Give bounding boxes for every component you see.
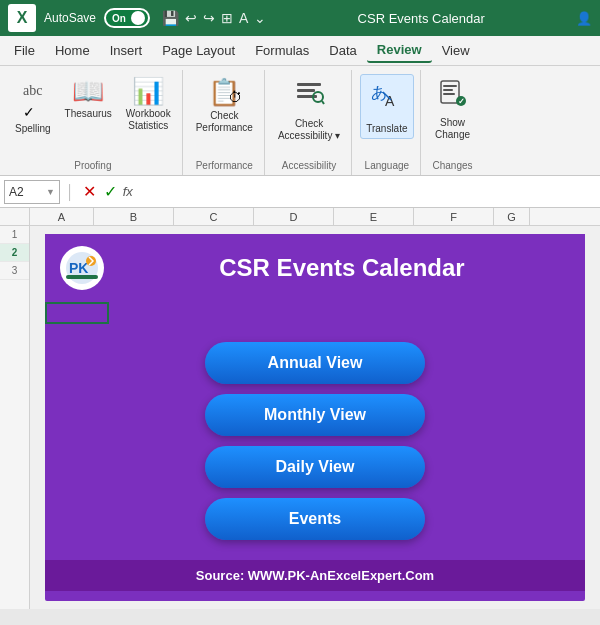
row-num-2: 2 [0,244,29,262]
menu-insert[interactable]: Insert [100,39,153,62]
col-header-c: C [174,208,254,225]
ribbon: abc ✓ Spelling 📖 Thesaurus 📊 Workbook St… [0,66,600,176]
ws-title: CSR Events Calendar [114,254,570,282]
show-change-icon: ✓ [438,77,468,115]
window-title: CSR Events Calendar [274,11,568,26]
show-change-label: Show Change [435,117,470,141]
row-num-1: 1 [0,226,29,244]
menu-pagelayout[interactable]: Page Layout [152,39,245,62]
selected-cell-area [45,302,585,322]
spelling-button[interactable]: abc ✓ Spelling [10,74,56,138]
menu-file[interactable]: File [4,39,45,62]
menu-review[interactable]: Review [367,38,432,63]
undo-icon[interactable]: ↩ [185,10,197,26]
svg-rect-1 [297,89,315,92]
ribbon-group-accessibility: Check Accessibility ▾ Accessibility [267,70,352,175]
formula-separator-1: │ [66,184,75,200]
changes-group-label: Changes [433,160,473,175]
col-header-g: G [494,208,530,225]
svg-rect-10 [443,89,453,91]
thesaurus-button[interactable]: 📖 Thesaurus [60,74,117,123]
accessibility-items: Check Accessibility ▾ [273,70,345,160]
performance-items: 📋⏱ Check Performance [191,70,258,160]
translate-label: Translate [366,123,407,135]
menu-data[interactable]: Data [319,39,366,62]
autosave-label: AutoSave [44,11,96,25]
spelling-icon: abc ✓ [23,77,42,121]
redo-icon[interactable]: ↪ [203,10,215,26]
ribbon-group-proofing: abc ✓ Spelling 📖 Thesaurus 📊 Workbook St… [4,70,183,175]
formula-confirm-icon[interactable]: ✓ [104,182,117,201]
col-header-e: E [334,208,414,225]
svg-text:PK: PK [69,260,88,276]
check-performance-button[interactable]: 📋⏱ Check Performance [191,74,258,137]
cell-reference-box[interactable]: A2 ▼ [4,180,60,204]
check-accessibility-icon [293,77,325,116]
svg-rect-11 [443,93,455,95]
proofing-group-label: Proofing [74,160,111,175]
title-bar: X AutoSave On 💾 ↩ ↪ ⊞ A ⌄ CSR Events Cal… [0,0,600,36]
sheet-main-content: PK CSR Events Calendar Annual View [30,226,600,609]
toolbar-icons: 💾 ↩ ↪ ⊞ A ⌄ [162,10,266,26]
sheet-rows-area: 1 2 3 PK [0,226,600,609]
proofing-items: abc ✓ Spelling 📖 Thesaurus 📊 Workbook St… [10,70,176,160]
col-header-d: D [254,208,334,225]
annual-view-button[interactable]: Annual View [205,342,425,384]
corner-cell [0,208,30,225]
translate-icon: あ A [369,78,405,121]
grid-icon[interactable]: ⊞ [221,10,233,26]
performance-group-label: Performance [196,160,253,175]
user-icon[interactable]: 👤 [576,11,592,26]
save-icon[interactable]: 💾 [162,10,179,26]
ws-header: PK CSR Events Calendar [45,234,585,302]
changes-items: ✓ Show Change [430,70,475,160]
formula-cancel-icon[interactable]: ✕ [83,182,96,201]
svg-text:✓: ✓ [458,97,465,106]
more-icon[interactable]: ⌄ [254,10,266,26]
check-accessibility-button[interactable]: Check Accessibility ▾ [273,74,345,145]
workbook-stats-button[interactable]: 📊 Workbook Statistics [121,74,176,135]
autosave-toggle[interactable]: On [104,8,150,28]
col-header-a: A [30,208,94,225]
cell-ref-dropdown-icon: ▼ [46,187,55,197]
svg-line-4 [322,101,324,104]
check-performance-label: Check Performance [196,110,253,134]
font-icon[interactable]: A [239,10,248,26]
thesaurus-label: Thesaurus [65,108,112,120]
spreadsheet: A B C D E F G 1 2 3 [0,208,600,609]
show-change-button[interactable]: ✓ Show Change [430,74,475,144]
ribbon-group-performance: 📋⏱ Check Performance Performance [185,70,265,175]
workbook-stats-icon: 📊 [132,77,164,106]
column-headers: A B C D E F G [0,208,600,226]
daily-view-button[interactable]: Daily View [205,446,425,488]
worksheet: PK CSR Events Calendar Annual View [45,234,585,601]
workbook-stats-label: Workbook Statistics [126,108,171,132]
thesaurus-icon: 📖 [72,77,104,106]
col-header-b: B [94,208,174,225]
svg-rect-17 [66,275,98,279]
check-accessibility-label: Check Accessibility ▾ [278,118,340,142]
events-button[interactable]: Events [205,498,425,540]
menu-home[interactable]: Home [45,39,100,62]
excel-logo-icon: X [8,4,36,32]
ribbon-group-language: あ A Translate Language [354,70,420,175]
ws-logo: PK [60,246,104,290]
row-num-3: 3 [0,262,29,280]
menu-bar: File Home Insert Page Layout Formulas Da… [0,36,600,66]
ribbon-group-changes: ✓ Show Change Changes [423,70,483,175]
selected-cell-outline [45,302,109,324]
ws-buttons: Annual View Monthly View Daily View Even… [45,322,585,550]
formula-input[interactable] [141,180,596,204]
menu-view[interactable]: View [432,39,480,62]
menu-formulas[interactable]: Formulas [245,39,319,62]
spelling-label: Spelling [15,123,51,135]
svg-point-18 [86,256,96,266]
language-items: あ A Translate [360,70,413,160]
translate-button[interactable]: あ A Translate [360,74,413,139]
monthly-view-button[interactable]: Monthly View [205,394,425,436]
language-group-label: Language [365,160,410,175]
ws-footer: Source: WWW.PK-AnExcelExpert.Com [45,560,585,591]
col-header-f: F [414,208,494,225]
fx-icon: fx [123,184,133,199]
check-performance-icon: 📋⏱ [208,77,240,108]
